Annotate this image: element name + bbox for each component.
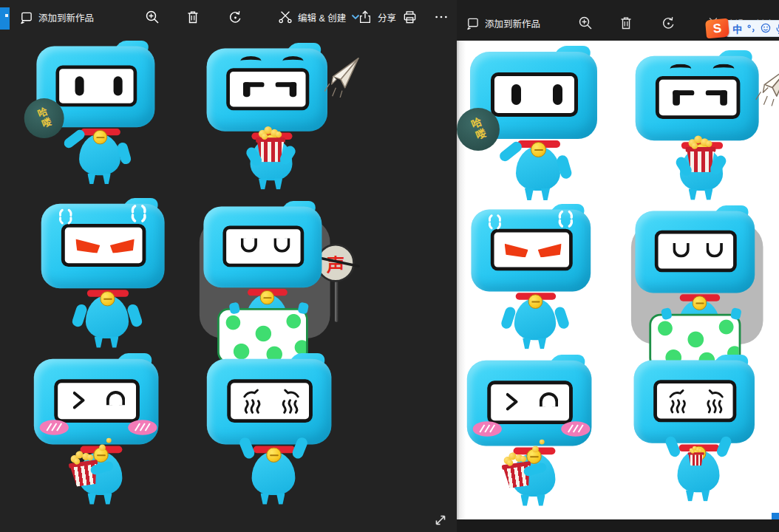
zoom-button[interactable] xyxy=(142,4,163,30)
bell-shape xyxy=(693,296,707,310)
rotate-button[interactable] xyxy=(225,4,246,30)
microphone-icon[interactable] xyxy=(775,23,779,34)
pop-shape xyxy=(540,440,545,445)
shape xyxy=(445,16,447,18)
edit-create-button[interactable]: 编辑 & 创建 xyxy=(275,4,363,30)
add-to-new-creation-button-right[interactable]: 添加到新作品 xyxy=(463,10,543,35)
shape xyxy=(149,14,154,18)
delete-button[interactable] xyxy=(183,4,203,30)
leg-shape xyxy=(103,493,112,505)
add-to-creation-icon xyxy=(466,16,480,30)
shape xyxy=(103,299,112,300)
delete-button-right[interactable] xyxy=(616,10,636,35)
sign-hello-shape: 哈喽 xyxy=(24,98,64,138)
add-to-creation-icon xyxy=(19,10,33,24)
more-button[interactable] xyxy=(431,4,452,30)
ime-mode-toggle[interactable]: 中 xyxy=(732,21,742,35)
shape xyxy=(404,14,415,20)
shape xyxy=(671,401,673,412)
shape xyxy=(670,390,684,412)
shape xyxy=(670,390,683,397)
sticker-robot-sleeping xyxy=(630,205,769,355)
corner-accent-chip xyxy=(772,513,779,519)
bell-shape xyxy=(93,130,108,145)
emoji-icon[interactable] xyxy=(761,23,771,33)
punctuation-icon[interactable] xyxy=(746,24,756,33)
epup-shape xyxy=(290,82,297,97)
photo-canvas-left[interactable]: 哈喽 xyxy=(0,34,457,532)
shape xyxy=(489,424,495,432)
shape xyxy=(288,19,291,22)
pop-shape xyxy=(532,446,539,452)
bell-shape xyxy=(531,142,546,157)
share-button[interactable]: 分享 xyxy=(355,4,399,30)
photos-window-right: 添加到新作品 xyxy=(457,0,779,532)
cap-eye-shape xyxy=(540,392,558,407)
shape xyxy=(498,216,500,221)
shape xyxy=(251,400,254,413)
shape xyxy=(132,215,135,221)
shape xyxy=(695,303,704,304)
print-button[interactable] xyxy=(399,4,421,30)
shape xyxy=(96,137,104,138)
shape xyxy=(440,16,443,18)
shape xyxy=(22,13,31,20)
expand-button[interactable] xyxy=(432,512,449,528)
pop-shape xyxy=(276,132,282,138)
shape xyxy=(534,149,543,151)
edit-create-label: 编辑 & 创建 xyxy=(298,10,346,24)
face-svg-shape xyxy=(701,389,725,421)
brow-shape xyxy=(282,56,304,66)
face-svg-shape xyxy=(276,388,301,421)
screen-shape xyxy=(222,225,304,267)
sogou-logo[interactable]: S xyxy=(705,18,729,38)
epup-shape xyxy=(673,90,680,105)
rotate-button-right[interactable] xyxy=(658,10,679,35)
shape xyxy=(710,390,722,397)
bell-shape xyxy=(260,290,275,305)
shape xyxy=(531,301,540,303)
blush-shape xyxy=(128,420,157,435)
leg-shape xyxy=(523,338,531,349)
screen-shape xyxy=(491,72,578,117)
shape xyxy=(489,223,491,228)
pop-shape xyxy=(706,140,712,147)
pop-shape xyxy=(691,143,698,149)
rim-shape xyxy=(256,137,285,143)
shape xyxy=(530,456,539,457)
shape xyxy=(69,210,71,215)
face-svg-shape xyxy=(506,392,520,411)
bucket-shape xyxy=(689,447,704,466)
leg-shape xyxy=(541,188,550,200)
rim-shape xyxy=(688,452,704,455)
shape xyxy=(489,216,491,221)
face-svg-shape xyxy=(127,204,150,223)
sticker-robot-worried-popcorn xyxy=(201,43,341,194)
shape xyxy=(667,22,670,24)
shape xyxy=(559,211,571,226)
face-svg-shape xyxy=(667,389,691,421)
add-to-new-creation-button[interactable]: 添加到新作品 xyxy=(16,4,97,30)
pop-shape xyxy=(99,444,106,451)
screen-shape xyxy=(55,65,137,106)
shape xyxy=(763,27,765,28)
left-toolbar: 添加到新作品 xyxy=(0,0,457,34)
sign-hello-shape: 哈喽 xyxy=(457,108,500,151)
pupil-shape xyxy=(511,84,521,105)
shape xyxy=(437,516,445,525)
sticker-robot-angry xyxy=(466,204,605,353)
shape xyxy=(569,211,571,217)
bell-shape xyxy=(100,291,115,306)
shape xyxy=(435,16,438,18)
shape xyxy=(623,19,630,29)
shape xyxy=(489,216,500,228)
brow-shape xyxy=(713,64,735,74)
zoom-button-right[interactable] xyxy=(575,10,596,35)
leg-shape xyxy=(689,188,698,200)
photo-canvas-right[interactable]: 哈喽 xyxy=(457,41,779,519)
cap-eye-shape xyxy=(106,391,125,406)
rotate-icon xyxy=(228,10,243,25)
sticker-robot-happy-popcorn xyxy=(461,355,606,511)
leg-shape xyxy=(276,493,285,505)
pop-shape xyxy=(698,449,702,452)
